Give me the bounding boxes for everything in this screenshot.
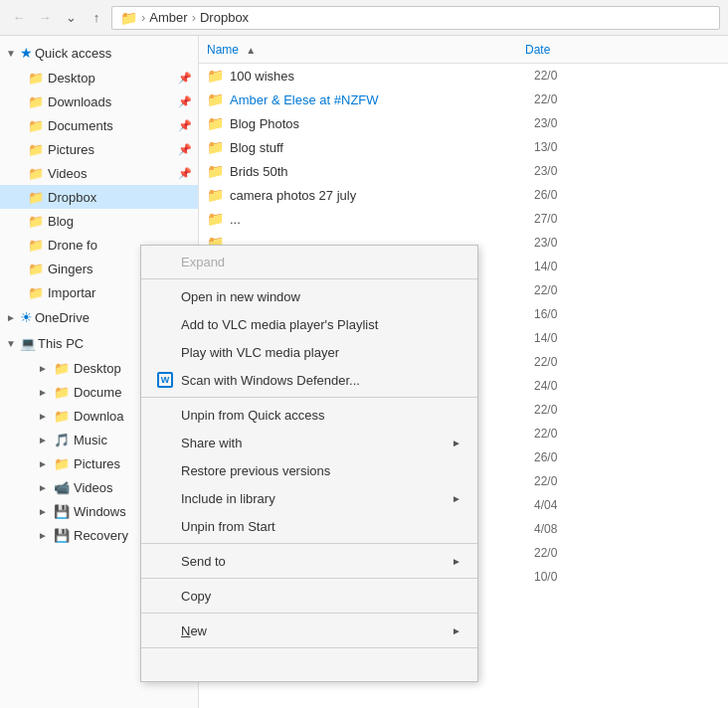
sidebar-label-downloads: Downloads	[48, 94, 111, 109]
sidebar-item-dropbox[interactable]: 📁 Dropbox	[0, 185, 198, 209]
folder-icon-1: 📁	[207, 91, 224, 107]
ctx-label-vlc-play: Play with VLC media player	[181, 345, 339, 360]
folder-icon-0: 📁	[207, 68, 224, 84]
thispc-desktop-expand: ►	[36, 363, 50, 374]
sidebar-label-drone: Drone fo	[48, 238, 97, 253]
folder-icon-4: 📁	[207, 163, 224, 179]
file-name-6: ...	[230, 212, 528, 227]
file-row-6[interactable]: 📁 ... 27/0	[199, 207, 728, 231]
pin-icon-downloads: 📌	[178, 95, 192, 108]
ctx-item-send-to[interactable]: Send to ►	[141, 547, 477, 575]
column-name[interactable]: Name ▲	[207, 43, 525, 57]
folder-icon-thispc-desktop: 📁	[54, 360, 70, 376]
ctx-item-defender[interactable]: W Scan with Windows Defender...	[141, 366, 477, 394]
forward-button[interactable]: →	[34, 7, 56, 29]
sidebar-item-downloads[interactable]: 📁 Downloads 📌	[0, 89, 198, 113]
folder-icon-videos: 📁	[28, 165, 44, 181]
thispc-label-documents: Docume	[74, 385, 121, 400]
thispc-rec-expand: ►	[36, 530, 50, 541]
file-date-0: 22/0	[534, 69, 557, 83]
file-row-1[interactable]: 📁 Amber & Elese at #NZFW 22/0	[199, 88, 728, 111]
file-date-8: 14/0	[534, 260, 557, 273]
thispc-vids-expand: ►	[36, 482, 50, 493]
ctx-arrow-library: ►	[452, 493, 461, 504]
ctx-label-include-library: Include in library	[181, 491, 275, 506]
file-date-21: 10/0	[534, 570, 557, 584]
file-date-3: 13/0	[534, 140, 557, 154]
ctx-label-restore: Restore previous versions	[181, 463, 330, 478]
ctx-item-vlc-playlist[interactable]: Add to VLC media player's Playlist	[141, 310, 477, 338]
ctx-icon-share-with	[157, 435, 173, 450]
ctx-sep-2	[141, 397, 477, 398]
ctx-label-open-window: Open in new window	[181, 289, 300, 304]
file-row-4[interactable]: 📁 Brids 50th 23/0	[199, 159, 728, 183]
ctx-icon-properties	[157, 657, 173, 673]
pin-icon-pictures: 📌	[178, 143, 192, 156]
path-separator: ›	[141, 10, 145, 25]
quick-access-label: Quick access	[35, 46, 111, 61]
folder-icon-blog: 📁	[28, 213, 44, 229]
file-date-19: 4/08	[534, 522, 557, 536]
thispc-dl-expand: ►	[36, 411, 50, 422]
ctx-arrow-sendto: ►	[452, 556, 461, 567]
sidebar-item-videos[interactable]: 📁 Videos 📌	[0, 161, 198, 185]
file-date-2: 23/0	[534, 116, 557, 130]
ctx-icon-vlc-playlist	[157, 316, 173, 332]
ctx-item-unpin-quick[interactable]: Unpin from Quick access	[141, 401, 477, 429]
address-path[interactable]: 📁 › Amber › Dropbox	[111, 6, 720, 30]
up-button[interactable]: ↑	[86, 7, 107, 29]
ctx-label-share-with: Share with	[181, 436, 242, 450]
ctx-icon-vlc-play	[157, 344, 173, 360]
ctx-icon-restore	[157, 462, 173, 478]
recent-locations-button[interactable]: ⌄	[60, 7, 82, 29]
file-row-2[interactable]: 📁 Blog Photos 23/0	[199, 111, 728, 135]
file-name-0: 100 wishes	[230, 69, 528, 84]
folder-icon-thispc-downloads: 📁	[54, 408, 70, 424]
file-row-0[interactable]: 📁 100 wishes 22/0	[199, 64, 728, 88]
file-date-14: 22/0	[534, 403, 557, 417]
ctx-item-include-library[interactable]: Include in library ►	[141, 484, 477, 512]
ctx-item-unpin-start[interactable]: Unpin from Start	[141, 512, 477, 540]
file-date-6: 27/0	[534, 212, 557, 226]
ctx-icon-send-to	[157, 553, 173, 569]
folder-icon-drone: 📁	[28, 237, 44, 253]
ctx-item-new[interactable]: New ►	[141, 617, 477, 644]
ctx-item-vlc-play[interactable]: Play with VLC media player	[141, 338, 477, 366]
sidebar-item-pictures[interactable]: 📁 Pictures 📌	[0, 137, 198, 161]
context-menu: Expand Open in new window Add to VLC med…	[140, 245, 478, 682]
file-row-3[interactable]: 📁 Blog stuff 13/0	[199, 135, 728, 159]
folder-icon-downloads: 📁	[28, 93, 44, 109]
thispc-label-music: Music	[74, 433, 107, 447]
ctx-item-share-with[interactable]: Share with ►	[141, 429, 477, 456]
quick-access-group[interactable]: ▼ ★ Quick access	[0, 40, 198, 66]
ctx-label-expand: Expand	[181, 255, 225, 269]
ctx-sep-4	[141, 578, 477, 579]
ctx-arrow-new: ►	[452, 625, 461, 636]
ctx-label-unpin-quick: Unpin from Quick access	[181, 408, 325, 423]
sidebar-item-desktop[interactable]: 📁 Desktop 📌	[0, 66, 198, 89]
ctx-item-properties[interactable]	[141, 651, 477, 679]
folder-icon-documents: 📁	[28, 117, 44, 133]
sidebar-item-blog[interactable]: 📁 Blog	[0, 209, 198, 233]
folder-icon-2: 📁	[207, 115, 224, 131]
thispc-label: This PC	[38, 336, 84, 351]
thispc-music-expand: ►	[36, 435, 50, 445]
ctx-icon-defender: W	[157, 372, 173, 388]
path-dropbox: Dropbox	[200, 10, 249, 25]
folder-icon-desktop: 📁	[28, 70, 44, 86]
sidebar-label-documents: Documents	[48, 118, 113, 133]
ctx-item-open-window[interactable]: Open in new window	[141, 282, 477, 310]
ctx-item-copy[interactable]: Copy	[141, 582, 477, 610]
quick-access-chevron: ▼	[4, 48, 18, 59]
folder-icon-pictures: 📁	[28, 141, 44, 157]
file-date-4: 23/0	[534, 164, 557, 178]
file-name-1: Amber & Elese at #NZFW	[230, 92, 528, 107]
sort-arrow: ▲	[246, 45, 256, 56]
sidebar-item-documents[interactable]: 📁 Documents 📌	[0, 113, 198, 137]
ctx-item-restore[interactable]: Restore previous versions	[141, 456, 477, 484]
ctx-item-expand[interactable]: Expand	[141, 248, 477, 275]
sidebar-label-importar: Importar	[48, 285, 95, 300]
file-row-5[interactable]: 📁 camera photos 27 july 26/0	[199, 183, 728, 207]
column-date[interactable]: Date	[525, 43, 550, 57]
back-button[interactable]: ←	[8, 7, 30, 29]
